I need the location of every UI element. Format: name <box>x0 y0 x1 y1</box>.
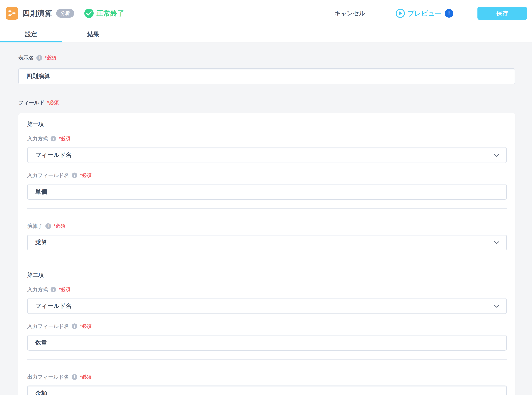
merge-flow-icon <box>8 10 16 17</box>
term2-title: 第二項 <box>27 272 507 278</box>
term1-method-label-row: 入力方式 *必須 <box>27 135 507 142</box>
tab-bar: 設定 結果 <box>0 27 532 42</box>
term2-field-label-row: 入力フィールド名 *必須 <box>27 323 507 330</box>
save-button[interactable]: 保存 <box>478 7 527 20</box>
tab-settings[interactable]: 設定 <box>0 27 62 42</box>
term1-field-label-row: 入力フィールド名 *必須 <box>27 172 507 179</box>
required-badge: *必須 <box>59 286 70 293</box>
required-badge: *必須 <box>47 99 59 106</box>
operator-label: 演算子 <box>27 223 43 230</box>
term2-method-value: フィールド名 <box>35 302 72 310</box>
required-badge: *必須 <box>80 374 92 380</box>
play-icon <box>396 8 405 18</box>
divider <box>27 259 507 259</box>
chevron-down-icon <box>494 241 500 245</box>
page-title: 四則演算 <box>23 8 52 18</box>
term2-field-label: 入力フィールド名 <box>27 323 69 330</box>
fields-label-row: フィールド *必須 <box>18 99 515 106</box>
term1-field-input[interactable] <box>27 184 507 200</box>
term1-method-label: 入力方式 <box>27 135 48 142</box>
info-icon[interactable] <box>51 136 56 141</box>
term2-field-input[interactable] <box>27 335 507 351</box>
fields-label: フィールド <box>18 99 44 106</box>
operator-value: 乗算 <box>35 238 47 247</box>
info-icon[interactable] <box>45 223 51 229</box>
status-indicator: 正常終了 <box>84 8 124 18</box>
output-field-label: 出力フィールド名 <box>27 373 69 380</box>
term1-field-label: 入力フィールド名 <box>27 172 69 179</box>
required-badge: *必須 <box>80 323 92 330</box>
preview-button[interactable]: プレビュー <box>396 8 453 18</box>
preview-label: プレビュー <box>407 9 441 18</box>
info-icon[interactable] <box>72 173 77 178</box>
cancel-button[interactable]: キャンセル <box>335 9 365 17</box>
success-check-icon <box>84 8 94 18</box>
header: 四則演算 分析 正常終了 キャンセル プレビュー 保存 <box>0 0 532 27</box>
operator-select[interactable]: 乗算 <box>27 235 507 250</box>
category-badge: 分析 <box>56 9 74 18</box>
operator-label-row: 演算子 *必須 <box>27 223 507 230</box>
tab-results[interactable]: 結果 <box>62 27 124 42</box>
settings-form: 表示名 *必須 フィールド *必須 第一項 入力方式 *必須 フィールド名 入力… <box>0 42 532 395</box>
info-icon[interactable] <box>51 287 56 292</box>
term2-method-label: 入力方式 <box>27 286 48 293</box>
status-text: 正常終了 <box>97 9 124 18</box>
required-badge: *必須 <box>59 135 70 142</box>
term1-method-value: フィールド名 <box>35 151 72 159</box>
display-name-label-row: 表示名 *必須 <box>18 55 515 61</box>
display-name-label: 表示名 <box>18 55 34 61</box>
chevron-down-icon <box>494 153 500 157</box>
required-badge: *必須 <box>45 55 56 61</box>
divider <box>27 359 507 360</box>
fields-card: 第一項 入力方式 *必須 フィールド名 入力フィールド名 *必須 演算子 *必須… <box>18 113 515 395</box>
required-badge: *必須 <box>80 172 92 179</box>
info-icon[interactable] <box>72 374 77 380</box>
term1-method-select[interactable]: フィールド名 <box>27 147 507 163</box>
term1-title: 第一項 <box>27 121 507 127</box>
term2-method-label-row: 入力方式 *必須 <box>27 286 507 293</box>
output-field-input[interactable] <box>27 385 507 395</box>
required-badge: *必須 <box>54 223 65 230</box>
alert-badge-icon <box>445 9 453 18</box>
display-name-input[interactable] <box>18 68 515 84</box>
divider <box>27 208 507 209</box>
term2-method-select[interactable]: フィールド名 <box>27 298 507 314</box>
info-icon[interactable] <box>36 55 42 61</box>
chevron-down-icon <box>494 304 500 308</box>
arithmetic-node-icon <box>6 7 18 20</box>
output-field-label-row: 出力フィールド名 *必須 <box>27 373 507 380</box>
info-icon[interactable] <box>72 324 77 329</box>
